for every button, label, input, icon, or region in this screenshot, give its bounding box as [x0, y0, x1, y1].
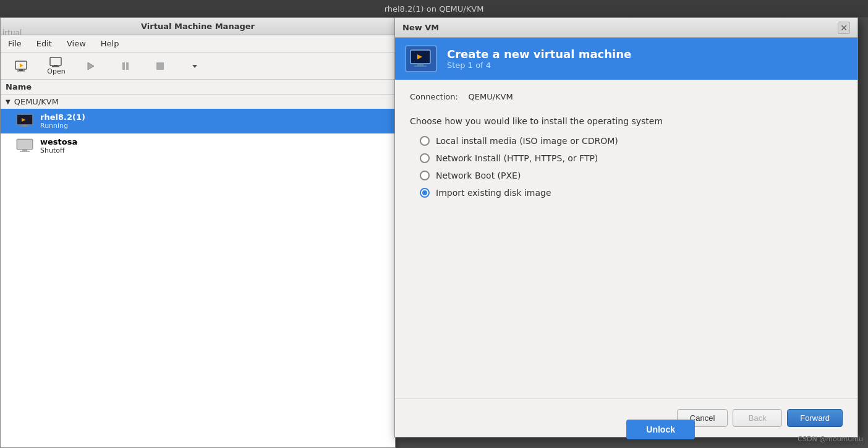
dialog-header-title: Create a new virtual machine [447, 48, 631, 61]
pause-button[interactable] [109, 54, 142, 78]
option-import-disk[interactable]: Import existing disk image [420, 188, 843, 198]
vm-item-westosa[interactable]: westosa Shutoff [1, 133, 395, 158]
close-icon: ✕ [840, 23, 848, 33]
svg-rect-5 [54, 65, 57, 66]
dialog-header-step: Step 1 of 4 [447, 61, 631, 70]
vmm-window: Virtual Machine Manager File Edit View H… [0, 17, 396, 448]
option-import-disk-label: Import existing disk image [436, 188, 551, 198]
stop-button[interactable] [144, 54, 176, 78]
vm-status-rhel: Running [40, 122, 85, 130]
vm-info-westosa: westosa Shutoff [40, 137, 77, 154]
option-network-install-label: Network Install (HTTP, HTTPS, or FTP) [436, 153, 598, 163]
close-button[interactable]: ✕ [838, 22, 850, 34]
vm-header-icon [405, 45, 437, 72]
stop-icon [153, 61, 168, 72]
svg-marker-11 [192, 65, 197, 68]
svg-rect-10 [156, 62, 164, 70]
newvm-dialog: New VM ✕ Create a new virtual machine St… [394, 17, 858, 437]
svg-rect-18 [17, 140, 32, 149]
option-network-install[interactable]: Network Install (HTTP, HTTPS, or FTP) [420, 153, 843, 163]
rhel-window-title: rhel8.2(1) on QEMU/KVM [385, 4, 484, 14]
menu-view[interactable]: View [64, 38, 88, 49]
vm-shutoff-icon [15, 138, 35, 153]
vm-name-rhel: rhel8.2(1) [40, 112, 85, 122]
dialog-header-text: Create a new virtual machine Step 1 of 4 [447, 48, 631, 70]
watermark: CSDN @moumumu [798, 435, 863, 443]
virtual-label: irtual [0, 27, 24, 38]
svg-rect-15 [20, 127, 30, 128]
unlock-button[interactable]: Unlock [626, 420, 695, 439]
connection-value: QEMU/KVM [468, 92, 513, 101]
dialog-title: New VM [402, 23, 439, 32]
group-arrow-icon: ▼ [6, 98, 11, 105]
vmm-toolbar: Open [1, 53, 395, 80]
vmm-content: Name ▼ QEMU/KVM [1, 80, 395, 447]
pause-icon [118, 61, 133, 72]
back-button[interactable]: Back [733, 409, 782, 427]
column-name: Name [6, 82, 32, 91]
dialog-titlebar: New VM ✕ [395, 18, 857, 38]
svg-rect-19 [22, 150, 27, 151]
vmm-list-header: Name [1, 80, 395, 95]
svg-rect-25 [414, 66, 427, 67]
vmm-title: Virtual Machine Manager [141, 22, 255, 31]
radio-network-boot [420, 171, 430, 180]
connection-label: Connection: [410, 92, 458, 101]
new-vm-icon [14, 61, 29, 72]
dialog-header-banner: Create a new virtual machine Step 1 of 4 [395, 38, 857, 80]
radio-local-media [420, 136, 430, 146]
option-local-media-label: Local install media (ISO image or CDROM) [436, 136, 618, 146]
choose-text: Choose how you would like to install the… [410, 116, 843, 126]
vm-info-rhel: rhel8.2(1) Running [40, 112, 85, 130]
new-vm-button[interactable] [6, 54, 38, 78]
svg-rect-2 [17, 70, 25, 72]
svg-rect-9 [126, 62, 129, 70]
svg-rect-14 [22, 125, 27, 127]
rhel-window-titlebar: rhel8.2(1) on QEMU/KVM [0, 0, 868, 17]
dialog-body: Connection: QEMU/KVM Choose how you woul… [395, 80, 857, 399]
vm-status-westosa: Shutoff [40, 146, 77, 154]
open-icon [49, 56, 64, 67]
svg-rect-8 [122, 62, 125, 70]
open-button[interactable]: Open [40, 54, 72, 78]
play-icon [83, 61, 98, 72]
option-network-boot[interactable]: Network Boot (PXE) [420, 171, 843, 180]
play-button[interactable] [75, 54, 107, 78]
menu-edit[interactable]: Edit [34, 38, 54, 49]
connection-line: Connection: QEMU/KVM [410, 92, 843, 101]
unlock-area: Unlock [626, 420, 695, 439]
svg-rect-20 [20, 151, 30, 153]
option-local-media[interactable]: Local install media (ISO image or CDROM) [420, 136, 843, 146]
dropdown-icon [187, 61, 202, 72]
vmm-list: ▼ QEMU/KVM rhel8.2(1) Running [1, 95, 395, 447]
vm-item-rhel[interactable]: rhel8.2(1) Running [1, 109, 395, 133]
vmm-group-qemu[interactable]: ▼ QEMU/KVM [1, 95, 395, 109]
vm-name-westosa: westosa [40, 137, 77, 146]
dropdown-button[interactable] [179, 54, 211, 78]
open-label: Open [47, 67, 65, 75]
menu-file[interactable]: File [6, 38, 24, 49]
radio-dot [422, 190, 427, 195]
svg-rect-4 [50, 57, 61, 66]
forward-button[interactable]: Forward [787, 409, 843, 427]
option-network-boot-label: Network Boot (PXE) [436, 171, 521, 180]
svg-rect-24 [417, 64, 423, 66]
svg-marker-7 [88, 62, 94, 70]
vmm-titlebar: Virtual Machine Manager [1, 18, 395, 35]
vm-running-icon [15, 114, 35, 129]
svg-rect-1 [19, 69, 23, 70]
svg-marker-3 [20, 64, 23, 67]
radio-import-disk [420, 188, 430, 198]
menu-help[interactable]: Help [98, 38, 122, 49]
vmm-menubar: File Edit View Help [1, 35, 395, 53]
radio-network-install [420, 153, 430, 163]
install-options: Local install media (ISO image or CDROM)… [410, 136, 843, 198]
group-label: QEMU/KVM [14, 97, 59, 106]
